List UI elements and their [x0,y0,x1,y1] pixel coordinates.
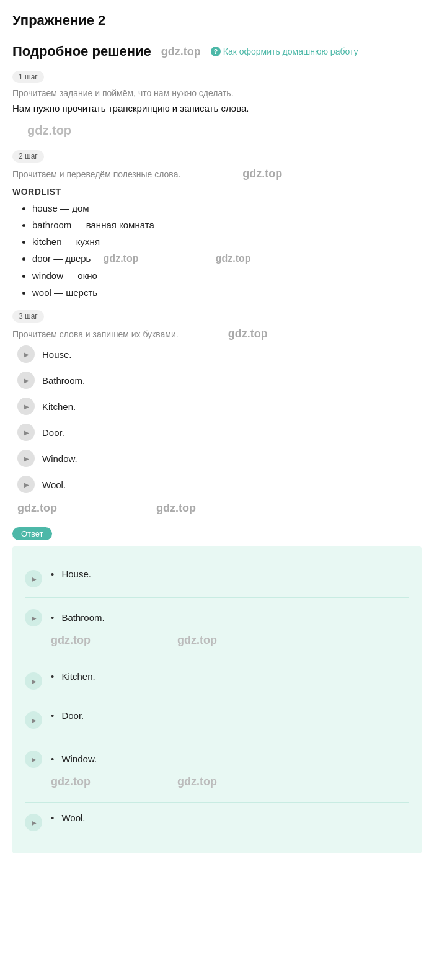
list-item: wool — шерсть [32,287,422,298]
step3-badge: 3 шаг [12,310,44,323]
list-item: house — дом [32,203,422,213]
answer-text-wool: • Wool. [51,813,86,823]
list-item: House. [17,345,422,363]
solution-title: Подробное решение [12,43,151,60]
watermark-step3a: gdz.top [17,502,57,515]
answer-item-house: • House. [25,559,409,598]
page-title: Упражнение 2 [12,12,422,29]
answer-watermark-window-row: gdz.top gdz.top [25,772,217,792]
solution-header: Подробное решение gdz.top ? Как оформить… [12,43,422,60]
answer-audio-btn-house[interactable] [25,570,42,587]
help-icon: ? [211,47,221,56]
list-item: Window. [17,450,422,467]
audio-btn-wool[interactable] [17,476,35,493]
step2-badge: 2 шаг [12,150,44,163]
answer-audio-btn-wool[interactable] [25,814,42,831]
list-item: Kitchen. [17,398,422,415]
answer-text-window: • Window. [51,754,97,764]
step2-watermark-row: Прочитаем и переведём полезные слова. gd… [12,167,422,180]
answer-text-door: • Door. [51,710,84,721]
answer-audio-btn-bathroom[interactable] [25,609,42,626]
answer-text-bathroom: • Bathroom. [51,612,105,623]
step3-desc-row: Прочитаем слова и запишем их буквами. gd… [12,327,422,341]
answer-audio-btn-door[interactable] [25,711,42,729]
answer-item-window: • Window. gdz.top gdz.top [25,739,409,803]
answer-section: • House. • Bathroom. gdz.top gdz.top • K… [12,546,422,853]
help-link[interactable]: ? Как оформить домашнюю работу [211,47,358,56]
list-item: window — окно [32,270,422,281]
answer-watermark-bathroom-row: gdz.top gdz.top [25,630,217,651]
list-item: bathroom — ванная комната [32,220,422,230]
answer-text-house: • House. [51,569,91,579]
step1-description: Прочитаем задание и поймём, что нам нужн… [12,88,422,98]
watermark-header: gdz.top [161,45,201,58]
watermark-step1: gdz.top [27,123,422,138]
watermark-answer-bathroom1: gdz.top [51,634,91,647]
list-item: door — дверь gdz.top gdz.top [32,253,422,264]
answer-item-kitchen: • Kitchen. [25,661,409,700]
watermark-answer-window1: gdz.top [51,775,91,788]
watermark-answer-bathroom2: gdz.top [177,634,217,647]
audio-btn-door[interactable] [17,424,35,441]
wordlist: house — дом bathroom — ванная комната ki… [12,203,422,298]
list-item: kitchen — кухня [32,236,422,247]
watermark-step3: gdz.top [228,327,268,341]
list-item: Bathroom. [17,372,422,389]
step3-description: Прочитаем слова и запишем их буквами. [12,329,179,339]
step3-list: House. Bathroom. Kitchen. Door. Window. … [12,345,422,493]
step1-badge: 1 шаг [12,71,44,83]
answer-badge: Ответ [12,527,52,540]
step2-description: Прочитаем и переведём полезные слова. [12,169,180,179]
audio-btn-house[interactable] [17,345,35,363]
audio-btn-kitchen[interactable] [17,398,35,415]
watermark-door: gdz.top [104,253,139,264]
answer-audio-btn-kitchen[interactable] [25,672,42,690]
list-item: Wool. [17,476,422,493]
list-item: Door. [17,424,422,441]
answer-audio-btn-window[interactable] [25,751,42,768]
answer-text-kitchen: • Kitchen. [51,671,95,682]
step1-main-text: Нам нужно прочитать транскрипцию и запис… [12,103,422,114]
step2-section: 2 шаг Прочитаем и переведём полезные сло… [12,150,422,298]
answer-item-door: • Door. [25,700,409,739]
watermark-step2: gdz.top [242,167,282,180]
audio-btn-window[interactable] [17,450,35,467]
audio-btn-bathroom[interactable] [17,372,35,389]
wordlist-title: WORDLIST [12,187,422,197]
step3-watermark-row: gdz.top gdz.top [12,502,422,515]
watermark-step3b: gdz.top [156,502,196,515]
step1-section: 1 шаг Прочитаем задание и поймём, что на… [12,71,422,138]
watermark-door2: gdz.top [216,253,251,264]
answer-item-wool: • Wool. [25,803,409,841]
step3-section: 3 шаг Прочитаем слова и запишем их буква… [12,310,422,515]
help-link-text: Как оформить домашнюю работу [223,47,358,56]
answer-item-bathroom: • Bathroom. gdz.top gdz.top [25,598,409,661]
watermark-answer-window2: gdz.top [177,775,217,788]
